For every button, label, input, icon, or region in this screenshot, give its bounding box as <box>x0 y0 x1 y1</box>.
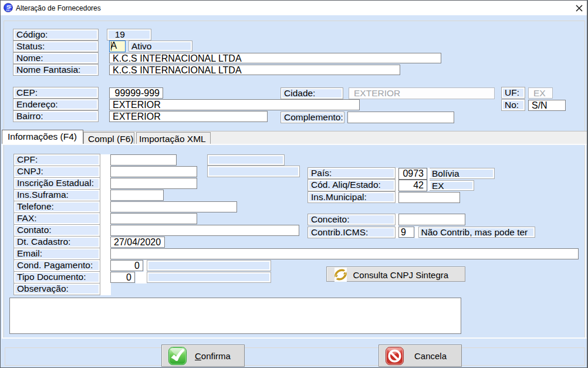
svg-text:MAG: MAG <box>6 9 11 12</box>
